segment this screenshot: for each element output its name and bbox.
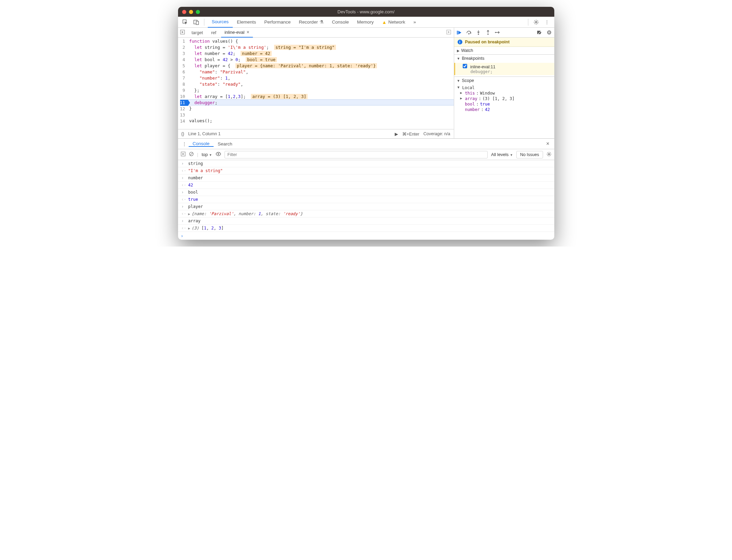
pretty-print-icon[interactable]: {} — [181, 131, 184, 136]
breakpoint-checkbox[interactable] — [463, 64, 467, 68]
info-icon: i — [458, 40, 462, 44]
debugger-toolbar — [454, 28, 554, 38]
svg-point-3 — [535, 21, 537, 23]
play-outline-icon[interactable] — [180, 30, 187, 36]
close-icon[interactable]: × — [246, 29, 249, 35]
inspect-icon[interactable] — [181, 18, 190, 27]
svg-point-19 — [548, 153, 550, 155]
breakpoint-source: inline-eval:11 — [470, 65, 496, 69]
drawer: ⋮ Console Search × | top ▼ All levels ▼ … — [178, 138, 554, 240]
filter-input[interactable] — [225, 151, 488, 158]
resume-icon[interactable] — [456, 29, 462, 36]
settings-icon[interactable] — [532, 18, 541, 27]
drawer-tab-search[interactable]: Search — [214, 141, 236, 146]
svg-rect-14 — [549, 31, 550, 33]
issues-button[interactable]: No Issues — [516, 151, 543, 158]
play-outline-icon[interactable] — [446, 30, 451, 36]
pause-exceptions-icon[interactable] — [546, 29, 552, 36]
levels-selector[interactable]: All levels ▼ — [491, 152, 513, 157]
more-tabs-icon[interactable]: » — [409, 17, 420, 28]
code-editor[interactable]: 1234567891011121314 function values() { … — [178, 38, 454, 129]
svg-point-12 — [547, 30, 551, 34]
console-output: ‹·▶(3) [1, 2, 3] — [178, 225, 554, 232]
console-output: ‹·▶{name: 'Parzival', number: 1, state: … — [178, 210, 554, 218]
svg-point-9 — [487, 33, 489, 35]
kebab-icon[interactable]: ⋮ — [182, 141, 187, 146]
console-input: ›bool — [178, 189, 554, 196]
chevron-down-icon: ▼ — [458, 85, 461, 90]
editor-tab-inline-eval[interactable]: inline-eval × — [221, 28, 253, 38]
console-input: ›string — [178, 160, 554, 167]
step-into-icon[interactable] — [475, 29, 482, 36]
svg-line-17 — [190, 153, 193, 155]
scope-variable[interactable]: bool: true — [454, 101, 554, 107]
svg-rect-2 — [196, 21, 199, 25]
tab-performance[interactable]: Performance — [260, 17, 295, 28]
watch-header[interactable]: ▶Watch — [454, 47, 554, 54]
breakpoint-item[interactable]: inline-eval:11 debugger; — [454, 63, 554, 75]
breakpoint-line: debugger; — [463, 69, 552, 74]
code-lines[interactable]: function values() { let string = 'I\'m a… — [188, 38, 454, 129]
window-title: DevTools - www.google.com/ — [178, 9, 554, 14]
drawer-tab-console[interactable]: Console — [189, 141, 214, 147]
eye-icon[interactable] — [216, 152, 221, 157]
editor-tab-ref[interactable]: ref — [208, 28, 220, 38]
svg-point-10 — [495, 32, 496, 33]
paused-banner: i Paused on breakpoint — [454, 38, 554, 47]
run-icon[interactable]: ▶ — [395, 131, 398, 137]
editor-tab-target[interactable]: target — [188, 28, 206, 38]
scope-variable[interactable]: ▶this: Window — [454, 90, 554, 96]
scope-variable[interactable]: ▶array: (3) [1, 2, 3] — [454, 96, 554, 101]
step-over-icon[interactable] — [466, 29, 472, 36]
console-body[interactable]: ›string‹·"I'm a string"›number‹·42›bool‹… — [178, 160, 554, 232]
step-icon[interactable] — [494, 29, 501, 36]
kebab-icon[interactable]: ⋮ — [543, 18, 552, 27]
console-output: ‹·42 — [178, 182, 554, 189]
main-toolbar: Sources Elements Performance Recorder ⚗ … — [178, 17, 554, 28]
svg-point-7 — [468, 33, 470, 34]
clear-console-icon[interactable] — [189, 152, 194, 157]
scope-header[interactable]: ▼Scope — [454, 77, 554, 84]
scope-variable[interactable]: number: 42 — [454, 107, 554, 112]
chevron-down-icon: ▼ — [510, 153, 513, 157]
tab-memory[interactable]: Memory — [353, 17, 378, 28]
tab-elements[interactable]: Elements — [233, 17, 260, 28]
debugger-sidebar: i Paused on breakpoint ▶Watch ▼Breakpoin… — [454, 28, 554, 138]
step-out-icon[interactable] — [485, 29, 491, 36]
tab-sources[interactable]: Sources — [208, 17, 233, 28]
chevron-down-icon: ▼ — [457, 57, 460, 60]
editor-column: target ref inline-eval × 123456789101112… — [178, 28, 454, 138]
line-gutter[interactable]: 1234567891011121314 — [178, 38, 188, 129]
close-icon[interactable]: × — [546, 141, 549, 147]
main-tabs: Sources Elements Performance Recorder ⚗ … — [208, 17, 420, 28]
deactivate-breakpoints-icon[interactable] — [537, 29, 543, 36]
divider — [528, 19, 528, 26]
warning-icon: ▲ — [382, 19, 387, 25]
editor-tab-label: inline-eval — [225, 30, 245, 35]
chevron-right-icon: ▶ — [457, 49, 460, 53]
play-outline-icon[interactable] — [181, 152, 186, 157]
scope-section: ▼Scope ▼Local ▶this: Window▶array: (3) [… — [454, 77, 554, 114]
settings-icon[interactable] — [546, 152, 552, 158]
paused-text: Paused on breakpoint — [465, 40, 510, 44]
tab-recorder[interactable]: Recorder ⚗ — [295, 17, 328, 28]
divider — [204, 19, 204, 26]
console-input: ›array — [178, 218, 554, 225]
editor-tabs: target ref inline-eval × — [178, 28, 454, 38]
context-selector[interactable]: top ▼ — [202, 152, 212, 157]
coverage-label: Coverage: n/a — [423, 131, 450, 136]
device-toggle-icon[interactable] — [192, 18, 201, 27]
drawer-tabs: ⋮ Console Search × — [178, 139, 554, 149]
svg-point-18 — [218, 153, 219, 155]
console-input: ›number — [178, 174, 554, 182]
breakpoints-header[interactable]: ▼Breakpoints — [454, 55, 554, 62]
tab-network[interactable]: ▲Network — [378, 17, 409, 28]
console-prompt[interactable]: › — [178, 232, 554, 240]
tab-console[interactable]: Console — [328, 17, 353, 28]
scope-local-header[interactable]: ▼Local — [454, 85, 554, 90]
watch-section: ▶Watch — [454, 47, 554, 55]
cursor-position: Line 1, Column 1 — [188, 131, 221, 136]
titlebar: DevTools - www.google.com/ — [178, 7, 554, 17]
svg-point-8 — [478, 33, 479, 35]
console-output: ‹·"I'm a string" — [178, 167, 554, 174]
